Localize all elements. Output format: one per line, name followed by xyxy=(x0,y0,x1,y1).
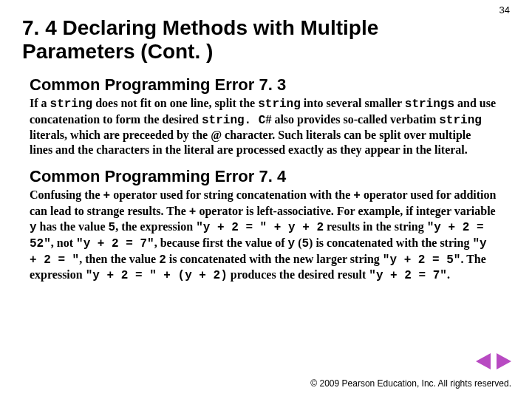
text: # also provides so-called verbatim xyxy=(265,113,439,126)
text: operator used for string concatenation w… xyxy=(110,188,353,201)
text: does not fit on one line, split the xyxy=(92,97,258,109)
code-string-c: string. C xyxy=(202,114,265,127)
error-7-3-heading: Common Programming Error 7. 3 xyxy=(30,75,502,95)
next-slide-icon[interactable] xyxy=(497,353,511,369)
error-7-3-body: If a string does not fit on one line, sp… xyxy=(30,96,497,157)
nav-buttons xyxy=(473,353,511,372)
code-plus: + xyxy=(103,189,111,202)
code-string: string xyxy=(258,98,301,111)
text: ) is concatenated with the string xyxy=(309,236,472,249)
prev-slide-icon[interactable] xyxy=(476,353,491,369)
slide: 34 7. 4 Declaring Methods with Multiple … xyxy=(0,0,532,399)
text: results in the string xyxy=(324,220,427,233)
code-5: 5 xyxy=(109,221,116,234)
text: Confusing the xyxy=(30,188,103,201)
text: operator is left-associative. For exampl… xyxy=(196,205,495,217)
code-plus: + xyxy=(353,189,361,202)
text: If a xyxy=(30,97,50,109)
code-expr1: "y + 2 = " + y + 2 xyxy=(196,221,324,234)
code-7b: "y + 2 = 7" xyxy=(369,269,447,282)
copyright: © 2009 Pearson Education, Inc. All right… xyxy=(310,378,511,389)
code-expr2: "y + 2 = " + (y + 2) xyxy=(86,269,228,282)
text: , the expression xyxy=(115,220,196,233)
text: into several smaller xyxy=(301,97,405,109)
code-7a: "y + 2 = 7" xyxy=(76,237,154,250)
code-y: y xyxy=(288,237,296,250)
code-string: string xyxy=(50,98,93,111)
slide-title: 7. 4 Declaring Methods with Multiple Par… xyxy=(22,16,436,64)
code-string: string xyxy=(439,114,482,127)
error-7-4-heading: Common Programming Error 7. 4 xyxy=(30,167,502,186)
text: literals, which are preceeded by the @ c… xyxy=(30,129,471,156)
text: produces the desired result xyxy=(228,268,369,281)
text: , then the value xyxy=(79,253,159,265)
code-y: y xyxy=(30,221,37,234)
text: , not xyxy=(51,236,76,249)
text: is concatenated with the new larger stri… xyxy=(166,253,383,265)
code-5: 5 xyxy=(301,237,309,250)
text: has the value xyxy=(37,220,109,233)
error-7-4-body: Confusing the + operator used for string… xyxy=(30,188,497,283)
page-number: 34 xyxy=(499,4,510,16)
text: , because first the value of xyxy=(154,236,288,249)
code-strings: strings xyxy=(405,98,454,111)
code-y5: "y + 2 = 5" xyxy=(383,253,461,267)
text: . xyxy=(447,268,450,281)
code-2: 2 xyxy=(159,253,166,267)
